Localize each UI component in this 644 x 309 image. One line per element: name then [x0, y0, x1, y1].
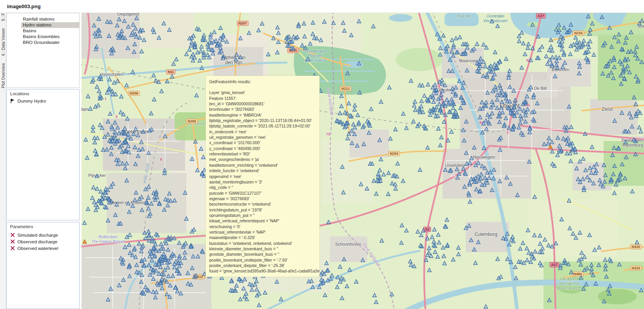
- red-x-icon: [10, 239, 15, 244]
- feature-info-line: initiele_functie = 'onbekend': [209, 168, 319, 173]
- feature-info-line: Feature 11557:: [209, 96, 319, 101]
- parameter-label: Observed discharge: [17, 239, 57, 244]
- sidebar: Rainfall stationsHydro stationsBasinsBas…: [6, 13, 81, 309]
- feature-info-line: nitg_code = '': [209, 185, 319, 190]
- locations-panel: Locations Dummy Hydro: [6, 89, 80, 220]
- feature-info-line: maaiveldpositie = '-0.329': [209, 235, 319, 240]
- feature-info-line: bro_id = 'GMW000000038681': [209, 101, 319, 106]
- feature-info-line: fuuid = 'gmw_kenset.bd395a90-36a6-46ad-a…: [209, 268, 319, 274]
- flag-marker-icon: [10, 98, 15, 103]
- layer-item-basins-ensembles[interactable]: Basins Ensembles: [21, 34, 79, 40]
- location-item-dummy-hydro[interactable]: Dummy Hydro: [7, 98, 79, 104]
- feature-info-line: verschuiving = '0': [209, 224, 319, 229]
- locations-header: Locations: [7, 89, 79, 98]
- feature-info-line: aantal_monitoringbuizen = '3': [209, 179, 319, 185]
- feature-info-line: met_voorgeschiedenis = 'ja': [209, 157, 319, 162]
- layers-list: Rainfall stationsHydro stationsBasinsBas…: [7, 16, 79, 45]
- locations-list: Dummy Hydro: [7, 98, 79, 104]
- feature-info-line: in_onderzoek = 'nee': [209, 129, 319, 134]
- feature-info-line: eigenaar = '30276683': [209, 196, 319, 201]
- layer-item-basins[interactable]: Basins: [21, 28, 79, 34]
- feature-info-title: GetFeatureInfo results:: [209, 79, 319, 84]
- feature-info-line: grootste_diameter_bovenkant_buis = '': [209, 251, 319, 257]
- window-title: image003.png: [0, 0, 644, 13]
- layer-item-rainfall-stations[interactable]: Rainfall stations: [21, 16, 79, 22]
- feature-info-line: tijdstip_laatste_correctie = '2021-05-11…: [209, 123, 319, 129]
- map-base: [82, 13, 644, 309]
- parameter-item-observed-discharge[interactable]: Observed discharge: [7, 238, 79, 245]
- feature-info-line: lokaal_verticaal_referentiepunt = 'NAP': [209, 218, 319, 223]
- feature-info-line: positie_onderkant_diepste_filter = '-25.…: [209, 263, 319, 268]
- feature-info-line: positie_bovenkant_ondiepste_filter = '-7…: [209, 257, 319, 263]
- getfeatureinfo-tooltip: GetFeatureInfo results: Layer 'gmw_kense…: [206, 76, 319, 277]
- feature-info-line: putcode = 'GMW31C127107': [209, 190, 319, 196]
- feature-info-line: bronhouder = '30276683': [209, 106, 319, 112]
- parameter-item-observed-waterlevel[interactable]: Observed waterlevel: [7, 245, 79, 251]
- parameters-panel: Parameters Simulated dischargeObserved d…: [6, 222, 80, 309]
- feature-info-line: y_coordinaat = '460495.000': [209, 146, 319, 151]
- feature-info-line: kwaliteitsnorm_inrichting = 'onbekend': [209, 162, 319, 168]
- dock-tab-list: 5 : F6 : Data ViewerPlot Overview: [0, 13, 6, 88]
- parameters-header: Parameters: [7, 222, 79, 230]
- feature-info-line: kleinste_diameter_bovenkant_buis = '': [209, 246, 319, 251]
- map-viewport[interactable]: OegstgeestVoorschotenLeidschendamZoeterm…: [82, 13, 644, 309]
- feature-info-line: tijdstip_registratie_object = '2020-11-1…: [209, 118, 319, 123]
- feature-info-line: verticaal_referentievlak = 'NAP': [209, 229, 319, 235]
- feature-info-line: x_coordinaat = '101760.000': [209, 140, 319, 145]
- red-x-icon: [10, 232, 15, 237]
- feature-info-line: kwaliteitsregime = 'IMBRO/A': [209, 112, 319, 118]
- dock-strip: 5 : F6 : Data ViewerPlot Overview: [0, 13, 6, 309]
- layer-item-hydro-stations[interactable]: Hydro stations: [21, 22, 79, 28]
- feature-info-line: Layer 'gmw_kenset': [209, 90, 319, 95]
- layer-item-bro-groundwater[interactable]: BRO Groundwater: [21, 40, 79, 45]
- feature-info-line: beschermconstructie = 'onbekend': [209, 201, 319, 207]
- red-x-icon: [10, 246, 15, 251]
- layers-panel: Rainfall stationsHydro stationsBasinsBas…: [6, 13, 80, 88]
- parameter-label: Simulated discharge: [17, 233, 58, 237]
- dock-tab-6-data-viewer[interactable]: 6 : Data Viewer: [1, 28, 5, 56]
- parameter-label: Observed waterlevel: [17, 246, 58, 251]
- feature-info-line: buisstatus = 'onbekend, onbekend, onbeke…: [209, 241, 319, 246]
- feature-info-line: uit_registratie_genomen = 'nee': [209, 134, 319, 140]
- feature-info-lines: Layer 'gmw_kenset'Feature 11557:bro_id =…: [209, 90, 319, 274]
- feature-info-line: inrichtingsdatum_put = '1978': [209, 207, 319, 213]
- feature-info-line: opgeruimd = 'nee': [209, 174, 319, 179]
- dock-tab-plot-overview[interactable]: Plot Overview: [1, 63, 5, 88]
- location-label: Dummy Hydro: [17, 99, 46, 103]
- dock-tab-5-f[interactable]: 5 : F: [1, 13, 5, 21]
- feature-info-line: opruimingsdatum_put = '': [209, 213, 319, 218]
- feature-info-line: referentiestelsel = 'RD': [209, 151, 319, 157]
- parameters-list: Simulated dischargeObserved dischargeObs…: [7, 232, 79, 251]
- parameter-item-simulated-discharge[interactable]: Simulated discharge: [7, 232, 79, 238]
